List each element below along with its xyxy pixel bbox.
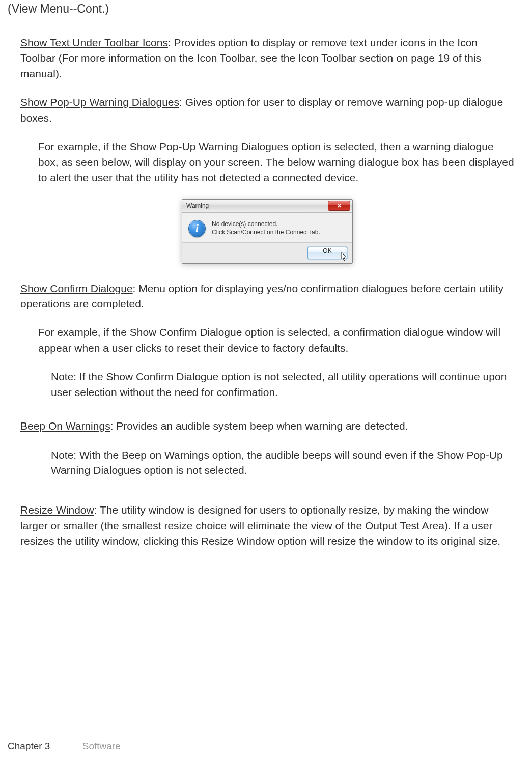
show-popup-warning-example: For example, if the Show Pop-Up Warning … [38, 139, 514, 185]
beep-on-warnings-rest: : Provides an audible system beep when w… [110, 420, 408, 432]
show-confirm-dialogue-label: Show Confirm Dialogue [20, 283, 133, 294]
show-confirm-dialogue-example: For example, if the Show Confirm Dialogu… [38, 325, 514, 356]
warning-dialog: Warning ✕ i No device(s) connected. Clic… [182, 199, 353, 264]
beep-on-warnings-label: Beep On Warnings [20, 420, 110, 432]
resize-window-label: Resize Window [20, 504, 94, 516]
show-popup-warning-label: Show Pop-Up Warning Dialogues [20, 96, 179, 108]
show-popup-warning-para: Show Pop-Up Warning Dialogues: Gives opt… [20, 95, 514, 126]
info-icon: i [188, 220, 206, 237]
dialog-title: Warning [186, 202, 209, 209]
page-footer: Chapter 3 Software [8, 741, 121, 752]
dialog-titlebar: Warning ✕ [182, 200, 352, 213]
show-confirm-dialogue-note: Note: If the Show Confirm Dialogue optio… [51, 369, 514, 400]
dialog-message: No device(s) connected. Click Scan/Conne… [212, 220, 320, 237]
ok-button[interactable]: OK [307, 247, 347, 259]
beep-on-warnings-para: Beep On Warnings: Provides an audible sy… [20, 418, 514, 434]
dialog-message-line-1: No device(s) connected. [212, 220, 320, 228]
ok-button-label: OK [323, 247, 331, 255]
close-button[interactable]: ✕ [328, 201, 350, 211]
dialog-message-line-2: Click Scan/Connect on the Connect tab. [212, 228, 320, 236]
show-text-under-toolbar-label: Show Text Under Toolbar Icons [20, 37, 168, 48]
show-confirm-dialogue-para: Show Confirm Dialogue: Menu option for d… [20, 281, 514, 312]
beep-on-warnings-note: Note: With the Beep on Warnings option, … [51, 447, 514, 478]
resize-window-para: Resize Window: The utility window is des… [20, 502, 514, 549]
page-heading: (View Menu--Cont.) [8, 0, 514, 16]
footer-chapter: Chapter 3 [8, 741, 50, 751]
footer-software: Software [82, 741, 121, 751]
cursor-icon [341, 251, 348, 262]
show-text-under-toolbar-para: Show Text Under Toolbar Icons: Provides … [20, 35, 514, 81]
